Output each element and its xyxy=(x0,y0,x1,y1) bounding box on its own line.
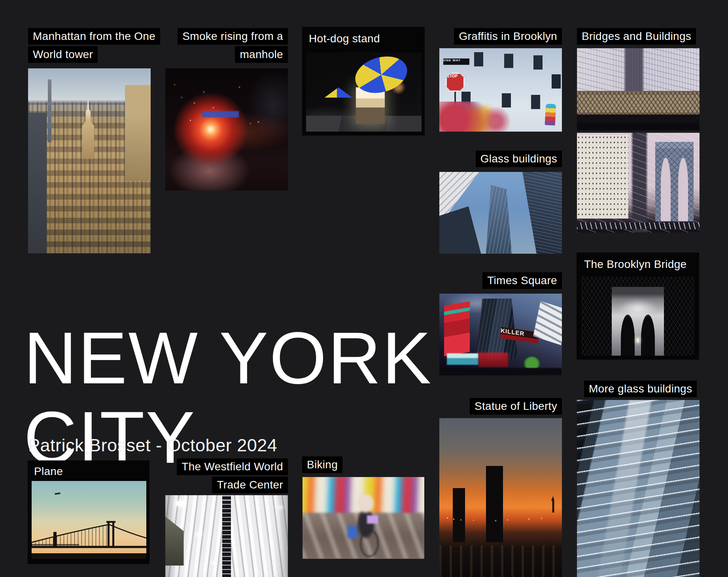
bridge-underside xyxy=(577,123,700,130)
rainbow-figure xyxy=(545,104,556,125)
figure-plane-card: Plane xyxy=(28,460,149,564)
oculus-skylight-spine xyxy=(222,495,231,577)
photo-manhattan-bridge-tower xyxy=(577,133,700,232)
plane-silhouette xyxy=(55,492,61,495)
oculus-ribs-right xyxy=(230,495,288,577)
bridge-tower xyxy=(655,142,693,222)
caption-line: Times Square xyxy=(482,272,562,289)
tower-floodlight-glow xyxy=(618,299,658,318)
caption-line: The Westfield World xyxy=(177,458,288,475)
figure-caption: Bridges and Buildings xyxy=(577,28,700,45)
red-screen-glow xyxy=(478,353,508,367)
caption-line: Graffitis in Brooklyn xyxy=(454,28,562,45)
thin-supertall-tower xyxy=(48,79,51,142)
bike-wheel xyxy=(360,529,379,557)
caption-line: Hot-dog stand xyxy=(309,32,380,45)
photo-statue-of-liberty-sunset xyxy=(439,418,562,577)
billboard-text: KILLER xyxy=(501,327,525,337)
figure-caption: Biking xyxy=(302,456,425,473)
ceiling-lights xyxy=(176,501,185,506)
purple-parcel xyxy=(367,515,378,524)
photo-brooklyn-bridge-night xyxy=(581,277,694,356)
empire-state-building xyxy=(82,100,94,159)
bridge-truss xyxy=(577,91,700,115)
caption-line: Plane xyxy=(34,465,63,478)
page-title-line1: NEW YORK xyxy=(24,321,432,395)
figure-caption: Times Square xyxy=(439,272,562,289)
photo-bridge-walkway-closeup xyxy=(577,48,700,130)
crowd-silhouette xyxy=(439,368,562,375)
highway-sign xyxy=(202,111,239,117)
food-cart xyxy=(356,87,385,124)
stop-sign: STOP xyxy=(446,73,465,92)
water-reflections xyxy=(439,545,562,577)
harbor-lights xyxy=(447,517,448,519)
dark-tower-silhouette xyxy=(28,113,47,253)
bridge-deck-shadow xyxy=(577,115,700,124)
glitter-facade-building xyxy=(577,135,628,219)
dark-pillar-large xyxy=(486,466,503,542)
figure-caption: Glass buildings xyxy=(439,151,562,167)
statue-silhouette xyxy=(551,496,556,513)
sunlit-tower-cluster xyxy=(125,85,151,181)
photo-glass-towers xyxy=(439,172,562,254)
caption-line: World tower xyxy=(28,46,98,63)
photo-story-page: Manhattan from the One World tower NEW Y… xyxy=(0,0,728,577)
caption-line: The Brooklyn Bridge xyxy=(584,258,686,271)
red-billboard-column xyxy=(444,301,470,356)
figure-caption: More glass buildings xyxy=(577,381,700,397)
figure-hotdog-card: Hot-dog stand xyxy=(302,27,425,136)
caption-line: Trade Center xyxy=(212,477,288,493)
glass-tower-center xyxy=(486,185,512,254)
caption-line: Statue of Liberty xyxy=(470,398,562,415)
figure-caption: Smoke rising from a manhole xyxy=(165,28,288,63)
caption-line: Smoke rising from a xyxy=(178,28,288,45)
photo-smoke-manhole xyxy=(165,68,288,190)
walkway-lantern xyxy=(637,338,639,342)
facade-reflection-streak xyxy=(598,400,652,577)
photo-plane-over-bridge xyxy=(32,481,146,559)
colorful-mural xyxy=(439,102,562,132)
page-subtitle: Patrick Brosset - October 2024 xyxy=(28,436,277,455)
bridge-deck xyxy=(577,223,700,230)
figure-caption: The Westfield World Trade Center xyxy=(165,458,288,493)
second-umbrella xyxy=(325,87,352,98)
dark-pillar-small xyxy=(453,488,465,542)
figure-brooklyn-bridge-card: The Brooklyn Bridge xyxy=(577,253,699,360)
photo-oculus-interior xyxy=(165,495,288,577)
caption-line: manhole xyxy=(235,46,288,63)
caption-line: Manhattan from the One xyxy=(28,28,160,45)
waterline-silhouette xyxy=(32,553,146,559)
city-night-lights xyxy=(190,120,191,121)
teal-screen xyxy=(447,353,479,365)
building-windows xyxy=(474,52,483,66)
gothic-bridge-tower xyxy=(612,287,664,356)
glass-tower-right xyxy=(505,172,562,254)
caption-line: Biking xyxy=(302,456,342,473)
caption-line: Glass buildings xyxy=(476,151,562,167)
photo-glass-facade xyxy=(577,400,700,577)
figure-caption: Manhattan from the One World tower xyxy=(28,28,151,63)
one-way-sign: ONE WAY xyxy=(443,58,469,65)
figure-caption: Statue of Liberty xyxy=(439,398,562,415)
photo-biking-blur xyxy=(303,477,424,559)
figure-caption: Graffitis in Brooklyn xyxy=(439,28,562,45)
photo-brooklyn-graffiti: ONE WAY STOP xyxy=(439,48,562,132)
photo-times-square: KILLER xyxy=(439,294,562,375)
photo-hotdog-stand xyxy=(306,53,422,132)
photo-manhattan-skyline xyxy=(28,68,151,253)
caption-line: Bridges and Buildings xyxy=(577,28,696,45)
caption-line: More glass buildings xyxy=(584,381,697,397)
